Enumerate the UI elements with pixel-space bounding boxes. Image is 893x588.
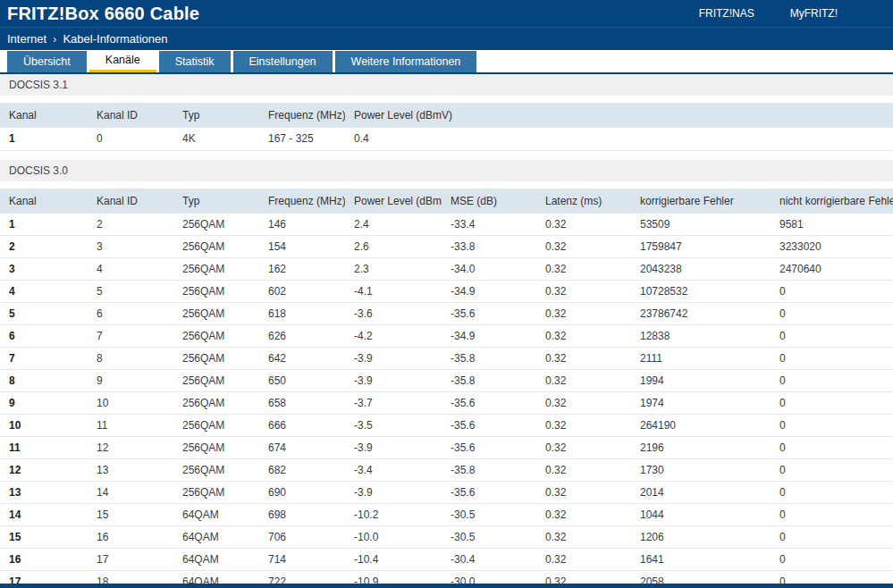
tab-uebersicht[interactable]: Übersicht bbox=[7, 51, 87, 72]
table-cell: 0.32 bbox=[536, 325, 631, 348]
table-cell: 658 bbox=[259, 392, 345, 415]
table-cell: 2043238 bbox=[631, 258, 771, 281]
table-cell: 4K bbox=[173, 128, 259, 150]
table-cell: 0.32 bbox=[536, 303, 631, 325]
table-cell: 256QAM bbox=[173, 459, 259, 482]
table-cell: 256QAM bbox=[173, 236, 259, 258]
table-row: 23256QAM1542.6-33.80.3217598473233020 bbox=[0, 236, 893, 258]
table-cell: 682 bbox=[259, 459, 345, 482]
table-cell: 1759847 bbox=[631, 236, 771, 258]
table-cell: 674 bbox=[259, 437, 345, 459]
table-cell: -30.5 bbox=[442, 526, 536, 549]
column-header: Kanal bbox=[0, 103, 88, 128]
table-cell: -10.4 bbox=[345, 549, 442, 571]
table-cell: -4.1 bbox=[345, 281, 442, 303]
table-cell: 6 bbox=[88, 303, 173, 325]
table-cell: 0 bbox=[771, 504, 893, 526]
table-cell: 0.32 bbox=[536, 526, 631, 549]
table-cell: 0.32 bbox=[536, 348, 631, 370]
table-cell: -30.5 bbox=[442, 504, 536, 526]
table-cell: 0 bbox=[771, 348, 893, 370]
column-header: Frequenz (MHz) bbox=[259, 103, 345, 128]
table-cell: 10728532 bbox=[631, 281, 771, 303]
tab-einstellungen[interactable]: Einstellungen bbox=[233, 51, 333, 72]
table-cell: 256QAM bbox=[173, 258, 259, 281]
table-cell: 0.32 bbox=[536, 459, 631, 482]
section-title-docsis31: DOCSIS 3.1 bbox=[0, 74, 893, 96]
table-cell: -10.2 bbox=[345, 504, 442, 526]
table-cell: 2196 bbox=[631, 437, 771, 459]
table-cell: 0.32 bbox=[536, 549, 631, 571]
table-cell: 4 bbox=[88, 258, 173, 281]
footer-bar bbox=[0, 584, 893, 588]
table-cell: 12 bbox=[88, 437, 173, 459]
table-cell: -35.8 bbox=[442, 348, 536, 370]
table-cell: 8 bbox=[88, 348, 173, 370]
table-cell: 0.32 bbox=[536, 392, 631, 415]
column-header: nicht korrigierbare Fehler bbox=[771, 189, 893, 214]
table-cell: 642 bbox=[259, 348, 345, 370]
table-cell: 9 bbox=[88, 370, 173, 392]
chevron-right-icon: › bbox=[53, 32, 56, 46]
table-cell: 64QAM bbox=[173, 549, 259, 571]
table-cell: -3.9 bbox=[345, 370, 442, 392]
top-header: FRITZ!Box 6660 Cable FRITZ!NAS MyFRITZ! bbox=[0, 0, 893, 27]
fritznas-link[interactable]: FRITZ!NAS bbox=[699, 7, 754, 20]
table-cell: -33.4 bbox=[442, 214, 536, 236]
table-cell: -34.9 bbox=[442, 325, 536, 348]
table-cell: 0 bbox=[88, 128, 173, 150]
table-cell: 3 bbox=[88, 236, 173, 258]
table-cell: -3.9 bbox=[345, 482, 442, 504]
table-cell: -35.6 bbox=[442, 482, 536, 504]
table-cell: 2.3 bbox=[345, 258, 442, 281]
table-cell: 1994 bbox=[631, 370, 771, 392]
table-cell: 2111 bbox=[631, 348, 771, 370]
tab-kanaele[interactable]: Kanäle bbox=[89, 51, 156, 72]
table-cell: 256QAM bbox=[173, 482, 259, 504]
table-cell: 3233020 bbox=[771, 236, 893, 258]
table-cell: 256QAM bbox=[173, 415, 259, 437]
table-cell: 4 bbox=[0, 281, 88, 303]
table-cell: 64QAM bbox=[173, 526, 259, 549]
tab-bar: ÜbersichtKanäleStatistikEinstellungenWei… bbox=[0, 50, 893, 74]
table-row: 151664QAM706-10.0-30.50.3212060 bbox=[0, 526, 893, 549]
table-cell: 1206 bbox=[631, 526, 771, 549]
table-cell: -3.9 bbox=[345, 437, 442, 459]
table-cell: 10 bbox=[0, 415, 88, 437]
table-cell: 706 bbox=[259, 526, 345, 549]
table-cell: -35.6 bbox=[442, 392, 536, 415]
table-cell: -10.0 bbox=[345, 526, 442, 549]
breadcrumb-section[interactable]: Internet bbox=[7, 32, 46, 46]
table-cell: 5 bbox=[0, 303, 88, 325]
table-row: 1011256QAM666-3.5-35.60.322641900 bbox=[0, 415, 893, 437]
table-cell: 264190 bbox=[631, 415, 771, 437]
table-cell: -35.6 bbox=[442, 303, 536, 325]
table-cell: -3.9 bbox=[345, 348, 442, 370]
column-header: MSE (dB) bbox=[442, 189, 536, 214]
table-cell: -35.8 bbox=[442, 370, 536, 392]
table-cell: 256QAM bbox=[173, 281, 259, 303]
table-cell: 2470640 bbox=[771, 258, 893, 281]
tab-weitere-informationen[interactable]: Weitere Informationen bbox=[335, 51, 477, 72]
table-cell: 1974 bbox=[631, 392, 771, 415]
table-row: 910256QAM658-3.7-35.60.3219740 bbox=[0, 392, 893, 415]
table-cell: 1 bbox=[0, 214, 88, 236]
table-cell: 17 bbox=[88, 549, 173, 571]
table-cell: -3.7 bbox=[345, 392, 442, 415]
column-header: korrigierbare Fehler bbox=[631, 189, 771, 214]
tab-statistik[interactable]: Statistik bbox=[159, 51, 231, 72]
table-cell: 0 bbox=[771, 370, 893, 392]
column-header: Power Level (dBmV) bbox=[345, 189, 442, 214]
header-links: FRITZ!NAS MyFRITZ! bbox=[699, 7, 893, 20]
table-row: 12256QAM1462.4-33.40.32535099581 bbox=[0, 214, 893, 236]
table-cell: 154 bbox=[259, 236, 345, 258]
table-cell: 690 bbox=[259, 482, 345, 504]
column-header: Kanal ID bbox=[88, 189, 173, 214]
table-cell: 256QAM bbox=[173, 214, 259, 236]
table-row: 1213256QAM682-3.4-35.80.3217300 bbox=[0, 459, 893, 482]
myfritz-link[interactable]: MyFRITZ! bbox=[790, 7, 838, 20]
table-cell: 53509 bbox=[631, 214, 771, 236]
table-cell: 7 bbox=[0, 348, 88, 370]
table-cell: 3 bbox=[0, 258, 88, 281]
table-row: 89256QAM650-3.9-35.80.3219940 bbox=[0, 370, 893, 392]
